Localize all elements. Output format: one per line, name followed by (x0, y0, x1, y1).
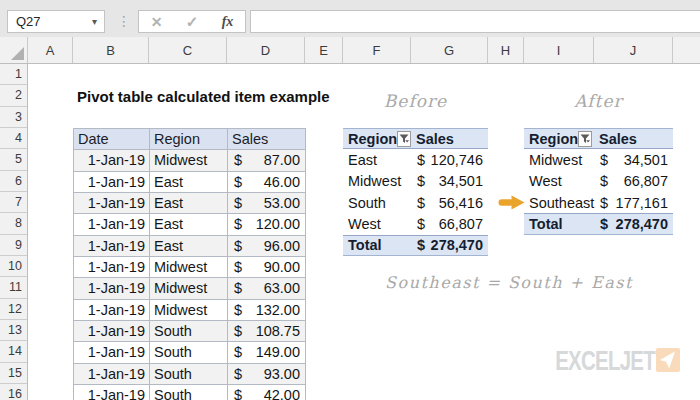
source-table-header-date[interactable]: Date (74, 129, 150, 150)
row-header-1[interactable]: 1 (0, 64, 27, 85)
row-header-15[interactable]: 15 (0, 363, 27, 384)
after-table-total-label[interactable]: Total (524, 213, 594, 234)
source-cell-region[interactable]: South (150, 364, 228, 385)
amount: 278,470 (616, 216, 668, 232)
before-table-header-region[interactable]: Region (343, 128, 411, 149)
source-cell-region[interactable]: East (150, 214, 228, 235)
source-cell-date[interactable]: 1-Jan-19 (74, 342, 150, 363)
before-table-cell-sales[interactable]: $56,416 (411, 192, 488, 213)
column-header-e[interactable]: E (305, 37, 343, 63)
source-cell-sales[interactable]: $93.00 (228, 364, 306, 385)
source-cell-sales[interactable]: $53.00 (228, 193, 306, 214)
column-header-g[interactable]: G (411, 37, 488, 63)
source-cell-sales[interactable]: $120.00 (228, 214, 306, 235)
currency-symbol: $ (234, 280, 242, 296)
source-table-header-region[interactable]: Region (150, 129, 228, 150)
source-cell-sales[interactable]: $87.00 (228, 150, 306, 171)
source-cell-date[interactable]: 1-Jan-19 (74, 214, 150, 235)
before-table-total-value[interactable]: $278,470 (411, 235, 488, 256)
filter-dropdown-icon[interactable] (397, 131, 411, 147)
source-cell-region[interactable]: East (150, 172, 228, 193)
column-header-h[interactable]: H (488, 37, 524, 63)
after-table-cell-region[interactable]: Midwest (524, 149, 594, 170)
before-table-cell-sales[interactable]: $34,501 (411, 171, 488, 192)
row-header-14[interactable]: 14 (0, 341, 27, 362)
source-cell-date[interactable]: 1-Jan-19 (74, 364, 150, 385)
row-header-2[interactable]: 2 (0, 85, 27, 106)
before-table-cell-sales[interactable]: $66,807 (411, 213, 488, 234)
column-header-i[interactable]: I (524, 37, 594, 63)
insert-function-icon[interactable]: fx (222, 14, 234, 30)
source-cell-sales[interactable]: $96.00 (228, 236, 306, 257)
source-cell-region[interactable]: South (150, 321, 228, 342)
after-table-cell-region[interactable]: West (524, 171, 594, 192)
after-table-cell-sales[interactable]: $34,501 (594, 149, 673, 170)
row-header-4[interactable]: 4 (0, 128, 27, 149)
source-cell-sales[interactable]: $108.75 (228, 321, 306, 342)
source-cell-region[interactable]: South (150, 342, 228, 363)
source-cell-date[interactable]: 1-Jan-19 (74, 236, 150, 257)
source-cell-sales[interactable]: $42.00 (228, 385, 306, 400)
select-all-triangle-icon (11, 47, 24, 60)
row-header-9[interactable]: 9 (0, 235, 27, 256)
before-table-cell-region[interactable]: East (343, 149, 411, 170)
source-cell-date[interactable]: 1-Jan-19 (74, 385, 150, 400)
before-table-cell-region[interactable]: South (343, 192, 411, 213)
column-header-a[interactable]: A (28, 37, 73, 63)
row-header-8[interactable]: 8 (0, 213, 27, 234)
row-header-13[interactable]: 13 (0, 320, 27, 341)
column-header-j[interactable]: J (594, 37, 673, 63)
source-cell-date[interactable]: 1-Jan-19 (74, 257, 150, 278)
before-table-header-sales[interactable]: Sales (411, 128, 488, 149)
source-cell-sales[interactable]: $90.00 (228, 257, 306, 278)
after-table-cell-sales[interactable]: $66,807 (594, 171, 673, 192)
source-table-header-sales[interactable]: Sales (228, 129, 306, 150)
name-box[interactable]: Q27 ▾ (7, 10, 105, 33)
column-header-f[interactable]: F (343, 37, 411, 63)
after-table-total-value[interactable]: $278,470 (594, 213, 673, 234)
cancel-icon[interactable]: ✕ (151, 14, 163, 30)
after-table-header-sales[interactable]: Sales (594, 128, 673, 149)
source-cell-date[interactable]: 1-Jan-19 (74, 172, 150, 193)
source-cell-date[interactable]: 1-Jan-19 (74, 300, 150, 321)
row-header-11[interactable]: 11 (0, 277, 27, 298)
source-cell-sales[interactable]: $46.00 (228, 172, 306, 193)
source-cell-region[interactable]: Midwest (150, 300, 228, 321)
name-box-dropdown-icon[interactable]: ▾ (92, 16, 104, 27)
column-header-c[interactable]: C (149, 37, 227, 63)
source-cell-region[interactable]: Midwest (150, 278, 228, 299)
before-table-total-label[interactable]: Total (343, 235, 411, 256)
source-cell-date[interactable]: 1-Jan-19 (74, 193, 150, 214)
row-header-3[interactable]: 3 (0, 107, 27, 128)
select-all-corner[interactable] (0, 37, 28, 63)
source-cell-region[interactable]: South (150, 385, 228, 400)
amount: 120,746 (431, 152, 483, 168)
enter-icon[interactable]: ✓ (186, 13, 199, 31)
before-table-cell-sales[interactable]: $120,746 (411, 149, 488, 170)
formula-input[interactable] (250, 10, 700, 33)
source-cell-sales[interactable]: $149.00 (228, 342, 306, 363)
source-cell-date[interactable]: 1-Jan-19 (74, 278, 150, 299)
source-cell-date[interactable]: 1-Jan-19 (74, 150, 150, 171)
row-header-7[interactable]: 7 (0, 192, 27, 213)
source-cell-region[interactable]: East (150, 193, 228, 214)
column-header-b[interactable]: B (73, 37, 149, 63)
row-header-5[interactable]: 5 (0, 149, 27, 170)
source-cell-sales[interactable]: $132.00 (228, 300, 306, 321)
filter-dropdown-icon[interactable] (578, 131, 592, 147)
row-header-10[interactable]: 10 (0, 256, 27, 277)
row-header-16[interactable]: 16 (0, 384, 27, 400)
before-table-cell-region[interactable]: Midwest (343, 171, 411, 192)
source-cell-region[interactable]: East (150, 236, 228, 257)
column-header-d[interactable]: D (227, 37, 305, 63)
source-cell-region[interactable]: Midwest (150, 150, 228, 171)
row-header-6[interactable]: 6 (0, 171, 27, 192)
after-table-cell-sales[interactable]: $177,161 (594, 192, 673, 213)
source-cell-sales[interactable]: $63.00 (228, 278, 306, 299)
after-table-cell-region[interactable]: Southeast (524, 192, 594, 213)
source-cell-date[interactable]: 1-Jan-19 (74, 321, 150, 342)
row-header-12[interactable]: 12 (0, 299, 27, 320)
source-cell-region[interactable]: Midwest (150, 257, 228, 278)
after-table-header-region[interactable]: Region (524, 128, 594, 149)
before-table-cell-region[interactable]: West (343, 213, 411, 234)
